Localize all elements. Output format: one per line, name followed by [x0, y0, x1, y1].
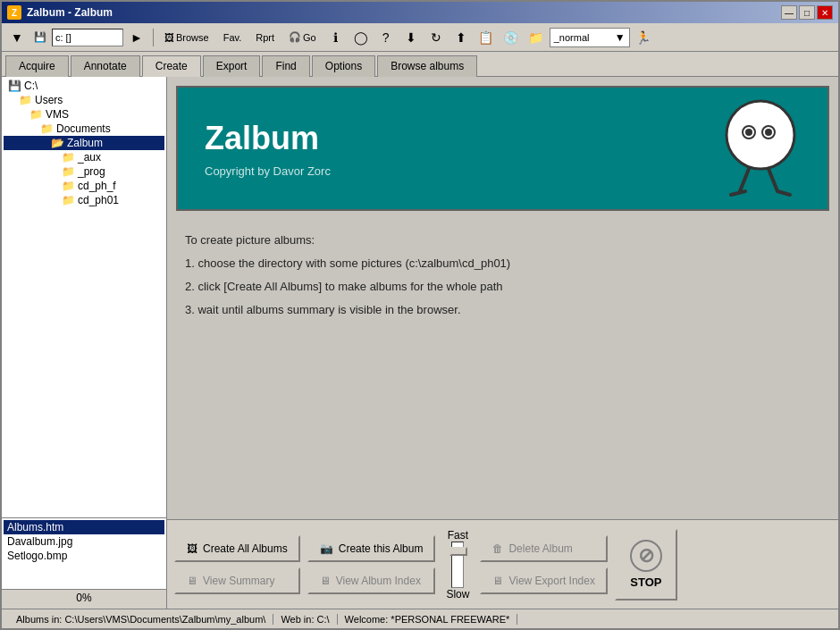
- instructions-header: To create picture albums:: [185, 229, 820, 252]
- welcome-status: Welcome: *PERSONAL FREEWARE*: [338, 614, 518, 625]
- instructions-step3: 3. wait until albums summary is visible …: [185, 298, 820, 322]
- svg-point-2: [745, 129, 752, 136]
- tree-item-documents[interactable]: 📁 Documents: [4, 122, 164, 136]
- folder-icon-aux: 📁: [62, 151, 75, 164]
- create-all-icon: 🖼: [187, 542, 197, 555]
- delete-buttons-col: 🗑 Delete Album 🖥 View Export Index: [480, 535, 608, 594]
- tree-item-prog[interactable]: 📁 _prog: [4, 164, 164, 179]
- main-window: Z Zalbum - Zalbum — □ ✕ ▼ 💾 ► 🖼 Browse F…: [0, 0, 840, 630]
- stop-icon: ⊘: [638, 544, 654, 567]
- minimize-button[interactable]: —: [781, 5, 797, 20]
- info-button[interactable]: ℹ: [324, 26, 348, 49]
- status-bar: Albums in: C:\Users\VMS\Documents\Zalbum…: [2, 609, 838, 628]
- folder-icon-users: 📁: [19, 94, 32, 106]
- banner-text: Zalbum Copyright by Davor Zorc: [205, 120, 331, 178]
- fav-button[interactable]: Fav.: [217, 26, 248, 49]
- toolbar: ▼ 💾 ► 🖼 Browse Fav. Rprt 🎧 Go ℹ ◯ ? ⬇ ↻ …: [2, 23, 838, 52]
- web-path-status: Web in: C:\: [273, 614, 337, 625]
- rprt-button[interactable]: Rprt: [249, 26, 281, 49]
- tab-options[interactable]: Options: [312, 55, 375, 77]
- tree-item-c-drive[interactable]: 💾 C:\: [4, 79, 164, 93]
- view-album-index-icon: 🖥: [320, 575, 331, 587]
- folder-icon-cdph01: 📁: [62, 194, 75, 206]
- tab-export[interactable]: Export: [203, 55, 261, 77]
- svg-line-7: [731, 191, 745, 195]
- create-all-albums-button[interactable]: 🖼 Create All Albums: [174, 535, 300, 562]
- tab-acquire[interactable]: Acquire: [5, 55, 69, 77]
- drive-icon: 💾: [30, 31, 50, 43]
- title-bar-controls: — □ ✕: [781, 5, 833, 20]
- svg-point-4: [765, 129, 772, 136]
- drive-folder-icon: 💾: [8, 80, 21, 92]
- svg-line-6: [769, 169, 777, 191]
- create-this-album-button[interactable]: 📷 Create this Album: [307, 535, 436, 562]
- view-summary-icon: 🖥: [187, 575, 197, 587]
- create-buttons-col: 🖼 Create All Albums 🖥 View Summary: [174, 535, 300, 594]
- view-album-index-button[interactable]: 🖥 View Album Index: [307, 567, 436, 594]
- file-item-davalbum-jpg[interactable]: Davalbum.jpg: [4, 534, 164, 549]
- circle-button[interactable]: ◯: [349, 26, 373, 49]
- tab-create[interactable]: Create: [142, 55, 201, 77]
- folder-button[interactable]: 📁: [525, 26, 548, 49]
- go-icon: 🎧: [289, 31, 301, 43]
- sep1: [153, 29, 154, 46]
- main-content: 💾 C:\ 📁 Users 📁 VMS 📁 Documents: [2, 77, 838, 609]
- tab-find[interactable]: Find: [262, 55, 309, 77]
- tree-view[interactable]: 💾 C:\ 📁 Users 📁 VMS 📁 Documents: [2, 77, 166, 517]
- title-bar: Z Zalbum - Zalbum — □ ✕: [2, 2, 838, 23]
- tab-browse-albums[interactable]: Browse albums: [377, 55, 477, 77]
- file-item-albums-htm[interactable]: Albums.htm: [4, 520, 164, 534]
- browse-button[interactable]: 🖼 Browse: [158, 26, 215, 49]
- folder-icon-vms: 📁: [29, 108, 43, 121]
- stop-button[interactable]: ⊘ STOP: [615, 529, 677, 601]
- instructions: To create picture albums: 1. choose the …: [167, 220, 838, 331]
- bottom-buttons: 🖼 Create All Albums 🖥 View Summary 📷 Cre…: [167, 519, 838, 609]
- banner-title: Zalbum: [205, 120, 331, 157]
- tree-item-cd-ph01[interactable]: 📁 cd_ph01: [4, 193, 164, 207]
- percent-value: 0%: [76, 592, 91, 604]
- speed-track[interactable]: [451, 542, 464, 588]
- dropdown-arrow-button[interactable]: ▼: [5, 26, 29, 49]
- window-title: Zalbum - Zalbum: [27, 6, 113, 19]
- view-export-index-button[interactable]: 🖥 View Export Index: [480, 567, 608, 594]
- fast-label: Fast: [448, 529, 468, 542]
- tree-item-users[interactable]: 📁 Users: [4, 93, 164, 107]
- go-button[interactable]: 🎧 Go: [282, 26, 323, 49]
- disk-button[interactable]: 💿: [500, 26, 523, 49]
- folder-icon-prog: 📁: [62, 165, 75, 178]
- path-combo: 💾 ►: [30, 28, 148, 47]
- refresh-button[interactable]: ↻: [424, 26, 448, 49]
- view-export-icon: 🖥: [492, 575, 503, 587]
- normal-combo[interactable]: _normal ▼: [550, 28, 630, 47]
- speed-handle[interactable]: [449, 547, 467, 556]
- svg-line-8: [777, 191, 790, 195]
- view-summary-button[interactable]: 🖥 View Summary: [174, 567, 300, 594]
- app-icon: Z: [7, 5, 21, 20]
- browse-icon: 🖼: [164, 32, 174, 43]
- tree-item-vms[interactable]: 📁 VMS: [4, 107, 164, 122]
- file-item-setlogo-bmp[interactable]: Setlogo.bmp: [4, 549, 164, 563]
- tree-item-cd-ph-f[interactable]: 📁 cd_ph_f: [4, 179, 164, 193]
- stop-circle: ⊘: [630, 540, 662, 572]
- instructions-step1: 1. choose the directory with some pictur…: [185, 252, 820, 275]
- svg-line-5: [740, 169, 749, 191]
- tree-item-zalbum[interactable]: 📂 Zalbum: [4, 136, 164, 150]
- slow-label: Slow: [446, 588, 469, 601]
- albums-path-status: Albums in: C:\Users\VMS\Documents\Zalbum…: [9, 614, 273, 625]
- title-bar-left: Z Zalbum - Zalbum: [7, 5, 113, 20]
- copy-button[interactable]: 📋: [475, 26, 498, 49]
- restore-button[interactable]: □: [799, 5, 815, 20]
- tree-item-aux[interactable]: 📁 _aux: [4, 150, 164, 164]
- tabs-area: Acquire Annotate Create Export Find Opti…: [2, 52, 838, 77]
- path-input[interactable]: [52, 29, 123, 46]
- download-button[interactable]: ⬇: [399, 26, 423, 49]
- upload-button[interactable]: ⬆: [449, 26, 473, 49]
- run-button[interactable]: 🏃: [632, 26, 655, 49]
- delete-album-button[interactable]: 🗑 Delete Album: [480, 535, 608, 562]
- close-button[interactable]: ✕: [817, 5, 833, 20]
- tab-annotate[interactable]: Annotate: [71, 55, 140, 77]
- help-button[interactable]: ?: [374, 26, 398, 49]
- path-navigate-button[interactable]: ►: [125, 26, 148, 49]
- folder-icon-documents: 📁: [40, 122, 54, 135]
- speed-control: Fast Slow: [446, 529, 469, 601]
